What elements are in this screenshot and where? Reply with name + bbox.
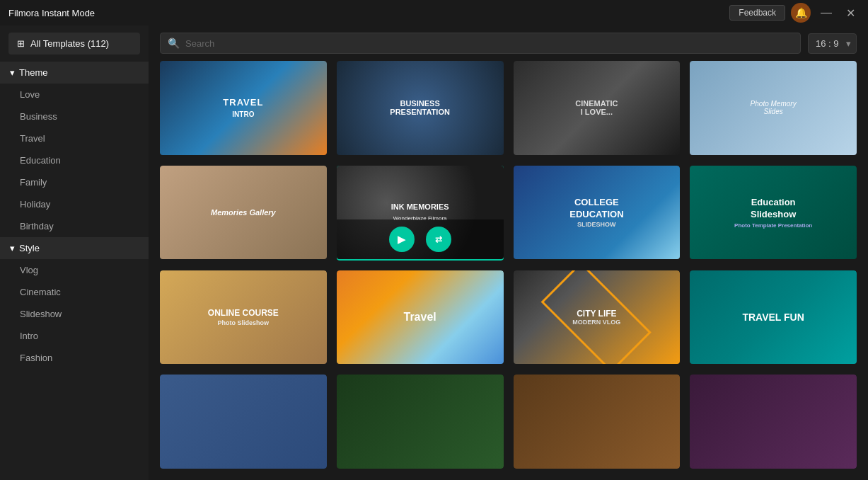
template-card-photo-memory[interactable]: Photo MemorySlides Photo Memory Slides bbox=[690, 61, 857, 156]
template-thumb-travelvlog: Travel bbox=[337, 270, 504, 365]
all-templates-button[interactable]: ⊞ All Templates (112) bbox=[8, 33, 140, 55]
style-section-label: Style bbox=[19, 243, 40, 253]
sidebar-section-style[interactable]: ▾ Style bbox=[0, 237, 149, 259]
template-card-ink-memories[interactable]: INK MEMORIESWonderblaze Filmora ▶ ⇄ Ink … bbox=[337, 166, 504, 261]
sidebar-item-travel[interactable]: Travel bbox=[0, 127, 149, 149]
template-card-travel-fun[interactable]: TRAVEL FUN Travel Fun bbox=[690, 270, 857, 365]
sidebar-item-vlog[interactable]: Vlog bbox=[0, 259, 149, 281]
template-thumb-edslide: Education Slideshow Photo Template Prese… bbox=[690, 166, 857, 260]
app-title: Filmora Instant Mode bbox=[8, 8, 95, 18]
sidebar-item-birthday[interactable]: Birthday bbox=[0, 215, 149, 237]
template-card-family-happy[interactable]: Memories Gallery Family Happy Memories bbox=[160, 166, 327, 261]
search-bar: 🔍 16 : 9 9 : 16 1 : 1 4 : 3 bbox=[149, 25, 868, 61]
template-thumb-ink: INK MEMORIESWonderblaze Filmora ▶ ⇄ bbox=[337, 166, 504, 260]
search-wrapper: 🔍 bbox=[160, 33, 801, 54]
template-card-bottom-3[interactable] bbox=[514, 375, 681, 469]
thumb-action-overlay: ▶ ⇄ bbox=[337, 219, 504, 259]
chevron-down-icon-style: ▾ bbox=[10, 243, 15, 253]
template-card-cinematic-love[interactable]: CINEMATICI LOVE... Cinematic Love Story bbox=[514, 61, 681, 156]
sidebar-item-family[interactable]: Family bbox=[0, 171, 149, 193]
sidebar: ⊞ All Templates (112) ▾ Theme Love Busin… bbox=[0, 25, 149, 480]
sidebar-item-business[interactable]: Business bbox=[0, 105, 149, 127]
template-card-city-life[interactable]: CITY LIFE MODERN VLOG City Life Vlog bbox=[514, 270, 681, 365]
template-thumb-college: COLLEGE EDUCATION SLIDESHOW bbox=[514, 166, 681, 260]
template-thumb-business: BUSINESSPRESENTATION bbox=[337, 61, 504, 155]
template-thumb-travelfun: TRAVEL FUN bbox=[690, 270, 857, 365]
sidebar-item-love[interactable]: Love bbox=[0, 84, 149, 105]
template-grid: TRAVEL INTRO Clean Travel Slideshow BUSI… bbox=[149, 61, 868, 480]
template-thumb-citylife: CITY LIFE MODERN VLOG bbox=[514, 270, 681, 365]
feedback-button[interactable]: Feedback bbox=[729, 5, 785, 21]
sidebar-item-cinematic[interactable]: Cinematic bbox=[0, 281, 149, 303]
template-card-bottom-2[interactable] bbox=[337, 375, 504, 469]
template-thumb-cinematic: CINEMATICI LOVE... bbox=[514, 61, 681, 155]
template-thumb-clean-travel: TRAVEL INTRO bbox=[160, 61, 327, 155]
template-card-online-course[interactable]: ONLINE COURSE Photo Slideshow Online Cou… bbox=[160, 270, 327, 365]
play-button[interactable]: ▶ bbox=[389, 227, 415, 252]
search-icon: 🔍 bbox=[168, 38, 180, 49]
grid-icon: ⊞ bbox=[17, 38, 25, 49]
template-thumb-family: Memories Gallery bbox=[160, 166, 327, 260]
template-card-business-presentation[interactable]: BUSINESSPRESENTATION Business Presentati… bbox=[337, 61, 504, 156]
close-button[interactable]: ✕ bbox=[842, 5, 860, 21]
template-thumb-bottom1 bbox=[160, 375, 327, 469]
titlebar-controls: Feedback 🔔 — ✕ bbox=[729, 3, 860, 23]
titlebar: Filmora Instant Mode Feedback 🔔 — ✕ bbox=[0, 0, 868, 25]
content-area: 🔍 16 : 9 9 : 16 1 : 1 4 : 3 TRAVEL INTRO bbox=[149, 25, 868, 480]
aspect-ratio-wrapper: 16 : 9 9 : 16 1 : 1 4 : 3 bbox=[808, 33, 857, 54]
template-card-travel-photo[interactable]: Travel Travel Photography Vlog bbox=[337, 270, 504, 365]
sidebar-item-holiday[interactable]: Holiday bbox=[0, 193, 149, 215]
template-card-bottom-1[interactable] bbox=[160, 375, 327, 469]
template-thumb-bottom2 bbox=[337, 375, 504, 469]
template-card-education-slideshow[interactable]: Education Slideshow Photo Template Prese… bbox=[690, 166, 857, 261]
template-card-bottom-4[interactable] bbox=[690, 375, 857, 469]
aspect-ratio-select[interactable]: 16 : 9 9 : 16 1 : 1 4 : 3 bbox=[808, 33, 857, 54]
template-thumb-memory: Photo MemorySlides bbox=[690, 61, 857, 155]
search-input[interactable] bbox=[185, 38, 793, 49]
template-thumb-online: ONLINE COURSE Photo Slideshow bbox=[160, 270, 327, 365]
sidebar-item-education[interactable]: Education bbox=[0, 149, 149, 171]
minimize-button[interactable]: — bbox=[816, 5, 836, 21]
notification-icon[interactable]: 🔔 bbox=[791, 3, 811, 23]
use-button[interactable]: ⇄ bbox=[426, 227, 451, 252]
template-thumb-bottom3 bbox=[514, 375, 681, 469]
template-thumb-bottom4 bbox=[690, 375, 857, 469]
main-layout: ⊞ All Templates (112) ▾ Theme Love Busin… bbox=[0, 25, 868, 480]
sidebar-item-fashion[interactable]: Fashion bbox=[0, 347, 149, 369]
sidebar-section-theme[interactable]: ▾ Theme bbox=[0, 62, 149, 84]
template-card-college-education[interactable]: COLLEGE EDUCATION SLIDESHOW College Educ… bbox=[514, 166, 681, 261]
template-card-clean-travel[interactable]: TRAVEL INTRO Clean Travel Slideshow bbox=[160, 61, 327, 156]
all-templates-label: All Templates (112) bbox=[30, 38, 109, 49]
chevron-down-icon: ▾ bbox=[10, 67, 15, 78]
theme-section-label: Theme bbox=[19, 67, 47, 78]
sidebar-item-intro[interactable]: Intro bbox=[0, 325, 149, 347]
sidebar-item-slideshow[interactable]: Slideshow bbox=[0, 303, 149, 325]
